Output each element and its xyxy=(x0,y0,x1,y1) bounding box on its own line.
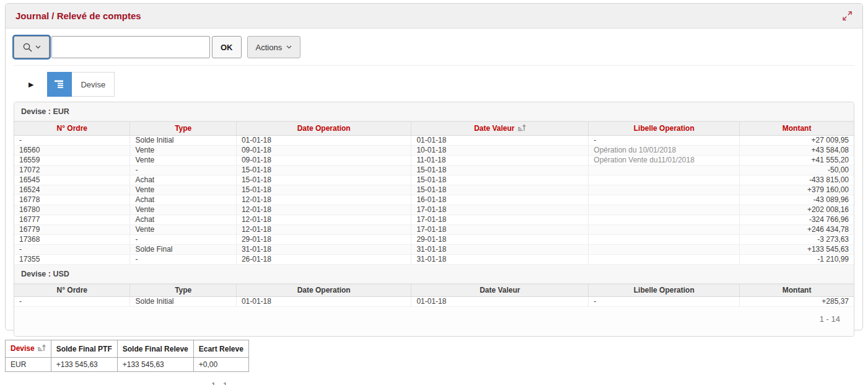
cell xyxy=(589,166,740,175)
collapse-triangle-icon[interactable]: ▶ xyxy=(28,81,33,89)
column-header-montant[interactable]: Montant xyxy=(740,122,854,136)
cell: 17-01-18 xyxy=(411,215,589,225)
column-header-label: Montant xyxy=(783,286,812,294)
table-row: -Solde Initial01-01-1801-01-18-+285,37 xyxy=(14,297,854,307)
cell: 17355 xyxy=(14,255,130,265)
column-header-label: Libelle Operation xyxy=(634,124,695,133)
column-header-date-valeur[interactable]: Date Valeur xyxy=(411,122,589,136)
table-row: 16524Vente15-01-1815-01-18+379 160,00 xyxy=(14,185,854,195)
column-header-ecart-releve[interactable]: Ecart Releve xyxy=(193,340,248,358)
search-input[interactable] xyxy=(51,36,210,58)
column-header-devise[interactable]: Devise xyxy=(6,340,51,358)
column-header-date-operation[interactable]: Date Operation xyxy=(236,285,411,297)
column-header-solde-final-ptf[interactable]: Solde Final PTF xyxy=(51,340,117,358)
cell: +133 545,63 xyxy=(740,245,854,255)
cell: 16524 xyxy=(14,185,130,195)
table-row: 16545Achat15-01-1815-01-18-433 815,00 xyxy=(14,175,854,185)
maximize-button[interactable] xyxy=(842,11,853,21)
column-header-n-ordre[interactable]: N° Ordre xyxy=(14,122,130,136)
cell: Opération du 10/01/2018 xyxy=(589,146,740,156)
cell: 16779 xyxy=(14,225,130,235)
cell: Solde Initial xyxy=(130,297,236,307)
cell: - xyxy=(14,245,130,255)
maximize-icon xyxy=(842,11,853,21)
table-row: 17368-29-01-1829-01-18-3 273,63 xyxy=(14,235,854,245)
column-header-label: Devise xyxy=(11,344,35,353)
group-heading: Devise : USD xyxy=(14,265,854,284)
region-header: Journal / Relevé de comptes xyxy=(6,4,862,29)
column-header-label: Type xyxy=(175,286,191,294)
cell: 16777 xyxy=(14,215,130,225)
column-header-libelle-operation[interactable]: Libelle Operation xyxy=(589,122,740,136)
cell: +0,00 xyxy=(193,358,248,372)
actions-button[interactable]: Actions xyxy=(247,36,301,58)
cell: 17-01-18 xyxy=(411,225,589,235)
cell: Solde Final xyxy=(130,245,236,255)
cell: 17-01-18 xyxy=(411,205,589,215)
chevron-down-icon xyxy=(286,45,292,49)
cell xyxy=(589,205,740,215)
cell xyxy=(589,215,740,225)
column-header-type[interactable]: Type xyxy=(130,122,236,136)
column-header-n-ordre[interactable]: N° Ordre xyxy=(14,285,130,297)
cell: - xyxy=(14,136,130,146)
cell: 15-01-18 xyxy=(411,166,589,175)
cell: -324 766,96 xyxy=(740,215,854,225)
cell: 12-01-18 xyxy=(236,195,411,205)
cell: 16778 xyxy=(14,195,130,205)
cell: +379 160,00 xyxy=(740,185,854,195)
summary-region: Devise Solde Final PTF Solde Final Relev… xyxy=(5,340,239,385)
cell: - xyxy=(14,297,130,307)
column-header-label: Type xyxy=(175,124,191,133)
cell xyxy=(589,235,740,245)
sort-ascending-icon xyxy=(518,124,526,133)
column-header-label: Libelle Operation xyxy=(634,286,695,294)
cell: -50,00 xyxy=(740,166,854,175)
search-column-button[interactable] xyxy=(14,36,50,58)
cell: 09-01-18 xyxy=(236,156,411,166)
column-header-date-operation[interactable]: Date Operation xyxy=(236,122,411,136)
cell: - xyxy=(130,166,236,175)
summary-table: Devise Solde Final PTF Solde Final Relev… xyxy=(5,340,249,372)
cell: EUR xyxy=(6,358,51,372)
cell: 12-01-18 xyxy=(236,215,411,225)
region-body: OK Actions ▶ Devise xyxy=(6,29,862,337)
column-header-label: N° Ordre xyxy=(57,286,87,294)
cell: - xyxy=(130,235,236,245)
actions-label: Actions xyxy=(256,43,283,52)
column-header-type[interactable]: Type xyxy=(130,285,236,297)
column-header-date-valeur[interactable]: Date Valeur xyxy=(411,285,589,297)
cell: 17368 xyxy=(14,235,130,245)
control-break-icon xyxy=(47,72,72,97)
cell: 15-01-18 xyxy=(236,175,411,185)
ok-button[interactable]: OK xyxy=(212,36,242,58)
cell: 01-01-18 xyxy=(411,136,589,146)
cell: 11-01-18 xyxy=(411,156,589,166)
cell: 12-01-18 xyxy=(236,225,411,235)
cell: +43 584,08 xyxy=(740,146,854,156)
cell: +133 545,63 xyxy=(117,358,193,372)
group-heading: Devise : EUR xyxy=(14,102,854,122)
column-header-montant[interactable]: Montant xyxy=(740,285,854,297)
header-row: N° OrdreTypeDate OperationDate ValeurLib… xyxy=(14,285,854,297)
cell: 15-01-18 xyxy=(411,185,589,195)
column-header-solde-final-releve[interactable]: Solde Final Releve xyxy=(117,340,193,358)
table-row: 16778Achat12-01-1816-01-18-43 089,96 xyxy=(14,195,854,205)
cell xyxy=(589,175,740,185)
cell xyxy=(589,255,740,265)
page-title: Journal / Relevé de comptes xyxy=(15,11,141,21)
cell: +41 555,20 xyxy=(740,156,854,166)
table-row: -Solde Initial01-01-1801-01-18-+27 009,9… xyxy=(14,136,854,146)
table-row: 16560Vente09-01-1810-01-18Opération du 1… xyxy=(14,146,854,156)
cell: -3 273,63 xyxy=(740,235,854,245)
cell: 31-01-18 xyxy=(411,245,589,255)
column-header-libelle-operation[interactable]: Libelle Operation xyxy=(589,285,740,297)
cell: 01-01-18 xyxy=(411,297,589,307)
report-table: N° OrdreTypeDate OperationDate ValeurLib… xyxy=(14,284,854,307)
control-break-pill[interactable]: Devise xyxy=(47,72,115,97)
table-row: 17072-15-01-1815-01-18-50,00 xyxy=(14,166,854,175)
report-sections: Devise : EURN° OrdreTypeDate OperationDa… xyxy=(14,102,854,307)
cell: +133 545,63 xyxy=(51,358,117,372)
cell: 10-01-18 xyxy=(411,146,589,156)
table-row: 16777Achat12-01-1817-01-18-324 766,96 xyxy=(14,215,854,225)
